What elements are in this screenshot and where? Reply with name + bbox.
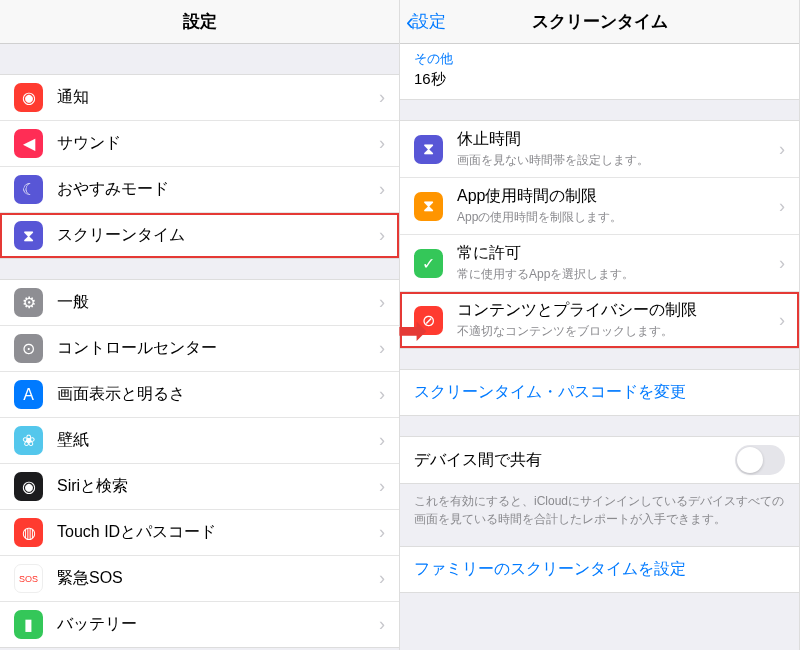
settings-row-display[interactable]: A画面表示と明るさ› — [0, 372, 399, 418]
guide-arrow: ➡ — [398, 310, 426, 350]
chevron-right-icon: › — [379, 292, 385, 313]
notifications-icon: ◉ — [14, 83, 43, 112]
back-label: 設定 — [412, 10, 446, 33]
chevron-right-icon: › — [379, 522, 385, 543]
chevron-right-icon: › — [379, 87, 385, 108]
option-row-restrict[interactable]: ⊘コンテンツとプライバシーの制限不適切なコンテンツをブロックします。› — [400, 292, 799, 348]
share-across-devices-row[interactable]: デバイス間で共有 — [400, 437, 799, 483]
row-subtitle: 常に使用するAppを選択します。 — [457, 266, 773, 283]
chevron-right-icon: › — [779, 253, 785, 274]
row-label: 通知 — [57, 87, 373, 108]
back-button[interactable]: ‹ 設定 — [406, 8, 446, 36]
usage-duration: 16秒 — [414, 70, 785, 89]
row-label: おやすみモード — [57, 179, 373, 200]
row-label: 壁紙 — [57, 430, 373, 451]
general-icon: ⚙ — [14, 288, 43, 317]
row-label: コンテンツとプライバシーの制限 — [457, 300, 773, 321]
screentime-pane: ‹ 設定 スクリーンタイム その他 16秒 ⧗休止時間画面を見ない時間帯を設定し… — [400, 0, 800, 650]
chevron-right-icon: › — [379, 179, 385, 200]
downtime-icon: ⧗ — [414, 135, 443, 164]
chevron-right-icon: › — [379, 338, 385, 359]
chevron-right-icon: › — [379, 476, 385, 497]
share-label: デバイス間で共有 — [414, 450, 735, 471]
chevron-right-icon: › — [379, 568, 385, 589]
controlcenter-icon: ⊙ — [14, 334, 43, 363]
battery-icon: ▮ — [14, 610, 43, 639]
chevron-right-icon: › — [379, 133, 385, 154]
share-footer-note: これを有効にすると、iCloudにサインインしているデバイスすべての画面を見てい… — [400, 484, 799, 536]
navbar: 設定 — [0, 0, 399, 44]
settings-row-controlcenter[interactable]: ⊙コントロールセンター› — [0, 326, 399, 372]
chevron-right-icon: › — [779, 139, 785, 160]
row-label: 休止時間 — [457, 129, 773, 150]
family-screentime-link[interactable]: ファミリーのスクリーンタイムを設定 — [400, 546, 799, 593]
row-label: コントロールセンター — [57, 338, 373, 359]
sos-icon: SOS — [14, 564, 43, 593]
settings-list[interactable]: ◉通知›◀サウンド›☾おやすみモード›⧗スクリーンタイム›⚙一般›⊙コントロール… — [0, 44, 399, 650]
chevron-right-icon: › — [379, 430, 385, 451]
display-icon: A — [14, 380, 43, 409]
siri-icon: ◉ — [14, 472, 43, 501]
options-group: ⧗休止時間画面を見ない時間帯を設定します。›⧗App使用時間の制限Appの使用時… — [400, 120, 799, 349]
settings-row-siri[interactable]: ◉Siriと検索› — [0, 464, 399, 510]
chevron-right-icon: › — [379, 614, 385, 635]
settings-row-dnd[interactable]: ☾おやすみモード› — [0, 167, 399, 213]
row-subtitle: 画面を見ない時間帯を設定します。 — [457, 152, 773, 169]
wallpaper-icon: ❀ — [14, 426, 43, 455]
row-subtitle: Appの使用時間を制限します。 — [457, 209, 773, 226]
option-row-always[interactable]: ✓常に許可常に使用するAppを選択します。› — [400, 235, 799, 292]
settings-row-battery[interactable]: ▮バッテリー› — [0, 602, 399, 647]
settings-row-general[interactable]: ⚙一般› — [0, 280, 399, 326]
chevron-right-icon: › — [379, 384, 385, 405]
settings-row-screentime[interactable]: ⧗スクリーンタイム› — [0, 213, 399, 258]
sounds-icon: ◀ — [14, 129, 43, 158]
settings-row-sounds[interactable]: ◀サウンド› — [0, 121, 399, 167]
chevron-right-icon: › — [779, 310, 785, 331]
screentime-list[interactable]: その他 16秒 ⧗休止時間画面を見ない時間帯を設定します。›⧗App使用時間の制… — [400, 44, 799, 650]
settings-row-wallpaper[interactable]: ❀壁紙› — [0, 418, 399, 464]
row-label: 常に許可 — [457, 243, 773, 264]
dnd-icon: ☾ — [14, 175, 43, 204]
usage-summary[interactable]: その他 16秒 — [400, 44, 799, 100]
row-label: 画面表示と明るさ — [57, 384, 373, 405]
share-group: デバイス間で共有 — [400, 436, 799, 484]
row-label: バッテリー — [57, 614, 373, 635]
page-title: スクリーンタイム — [532, 10, 668, 33]
row-label: スクリーンタイム — [57, 225, 373, 246]
row-subtitle: 不適切なコンテンツをブロックします。 — [457, 323, 773, 340]
option-row-downtime[interactable]: ⧗休止時間画面を見ない時間帯を設定します。› — [400, 121, 799, 178]
page-title: 設定 — [183, 10, 217, 33]
touchid-icon: ◍ — [14, 518, 43, 547]
option-row-applimit[interactable]: ⧗App使用時間の制限Appの使用時間を制限します。› — [400, 178, 799, 235]
change-passcode-link[interactable]: スクリーンタイム・パスコードを変更 — [400, 369, 799, 416]
row-label: 一般 — [57, 292, 373, 313]
row-label: Touch IDとパスコード — [57, 522, 373, 543]
row-label: サウンド — [57, 133, 373, 154]
settings-pane: 設定 ◉通知›◀サウンド›☾おやすみモード›⧗スクリーンタイム›⚙一般›⊙コント… — [0, 0, 400, 650]
applimit-icon: ⧗ — [414, 192, 443, 221]
row-label: App使用時間の制限 — [457, 186, 773, 207]
settings-row-sos[interactable]: SOS緊急SOS› — [0, 556, 399, 602]
settings-row-notifications[interactable]: ◉通知› — [0, 75, 399, 121]
share-toggle[interactable] — [735, 445, 785, 475]
screentime-icon: ⧗ — [14, 221, 43, 250]
usage-category: その他 — [414, 50, 785, 68]
settings-row-touchid[interactable]: ◍Touch IDとパスコード› — [0, 510, 399, 556]
chevron-right-icon: › — [779, 196, 785, 217]
navbar: ‹ 設定 スクリーンタイム — [400, 0, 799, 44]
always-icon: ✓ — [414, 249, 443, 278]
row-label: Siriと検索 — [57, 476, 373, 497]
chevron-right-icon: › — [379, 225, 385, 246]
row-label: 緊急SOS — [57, 568, 373, 589]
